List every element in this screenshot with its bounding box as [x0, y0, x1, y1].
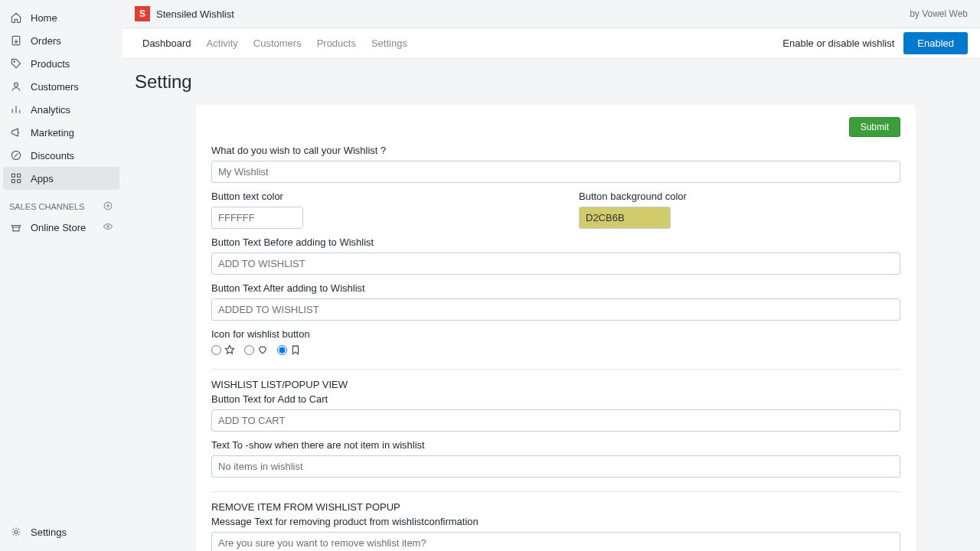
sidebar-item-analytics[interactable]: Analytics: [0, 98, 122, 121]
tab-products[interactable]: Products: [309, 28, 364, 58]
subnav: Dashboard Activity Customers Products Se…: [122, 28, 980, 59]
sidebar-section-channels: SALES CHANNELS: [0, 194, 122, 216]
topbar: S Stensiled Wishlist by Vowel Web: [122, 0, 980, 28]
sidebar-item-discounts[interactable]: Discounts: [0, 144, 122, 167]
empty-text-label: Text To -show when there are not item in…: [211, 439, 900, 451]
sidebar-item-apps[interactable]: Apps: [3, 167, 119, 190]
sidebar-item-label: Customers: [31, 81, 79, 93]
eye-icon[interactable]: [103, 221, 113, 234]
remove-msg-input[interactable]: [211, 532, 900, 551]
wishlist-name-input[interactable]: [211, 161, 900, 183]
bookmark-icon: [290, 344, 301, 355]
sidebar-item-online-store[interactable]: Online Store: [0, 216, 122, 239]
svg-rect-4: [11, 174, 15, 177]
heart-icon: [257, 344, 268, 355]
svg-rect-5: [18, 174, 21, 177]
apps-icon: [9, 171, 23, 185]
text-color-input[interactable]: [211, 207, 303, 229]
remove-msg-label: Message Text for removing product from w…: [211, 516, 900, 527]
before-text-input[interactable]: [211, 253, 900, 275]
section-popup-view: WISHLIST LIST/POPUP VIEW: [211, 379, 900, 390]
sidebar-item-settings[interactable]: Settings: [0, 520, 122, 543]
addcart-label: Button Text for Add to Cart: [211, 393, 900, 405]
after-text-input[interactable]: [211, 298, 900, 321]
icon-option-star[interactable]: [211, 344, 235, 355]
before-text-label: Button Text Before adding to Wishlist: [211, 236, 900, 248]
brand-name: Stensiled Wishlist: [156, 8, 234, 20]
sidebar-item-label: Settings: [31, 527, 67, 538]
user-icon: [9, 80, 23, 93]
sidebar-item-label: Discounts: [31, 150, 74, 161]
sidebar-item-label: Home: [31, 12, 57, 24]
divider: [211, 369, 900, 370]
sidebar-item-label: Online Store: [31, 222, 86, 233]
empty-text-input[interactable]: [211, 455, 900, 478]
enabled-button[interactable]: Enabled: [903, 32, 968, 54]
icon-choice-label: Icon for wishlist button: [211, 328, 900, 340]
sidebar-item-customers[interactable]: Customers: [0, 75, 122, 98]
svg-rect-7: [18, 180, 21, 183]
icon-radio-group: [211, 344, 900, 355]
tag-icon: [9, 57, 23, 70]
page-title: Setting: [135, 71, 968, 93]
text-color-label: Button text color: [211, 191, 533, 202]
icon-option-bookmark[interactable]: [277, 344, 301, 355]
tab-dashboard[interactable]: Dashboard: [135, 28, 199, 58]
svg-point-1: [14, 61, 15, 63]
discount-icon: [9, 148, 23, 162]
gear-icon: [9, 525, 23, 539]
home-icon: [9, 11, 23, 24]
sidebar: Home Orders Products Customers Analytics…: [0, 0, 122, 551]
sidebar-item-label: Apps: [31, 173, 54, 184]
sidebar-section-label: SALES CHANNELS: [9, 202, 84, 211]
svg-point-2: [15, 83, 18, 86]
sidebar-item-home[interactable]: Home: [0, 6, 122, 29]
tab-activity[interactable]: Activity: [199, 28, 246, 58]
sidebar-item-label: Marketing: [31, 127, 74, 139]
orders-icon: [9, 34, 23, 47]
store-icon: [9, 220, 23, 234]
plus-circle-icon[interactable]: [103, 201, 113, 213]
addcart-input[interactable]: [211, 409, 900, 432]
star-icon: [224, 344, 235, 355]
toggle-label: Enable or disable wishlist: [782, 37, 894, 49]
submit-button[interactable]: Submit: [849, 117, 900, 137]
bg-color-label: Button background color: [579, 191, 900, 202]
tab-customers[interactable]: Customers: [246, 28, 309, 58]
sidebar-item-marketing[interactable]: Marketing: [0, 121, 122, 144]
chart-icon: [9, 103, 23, 116]
sidebar-item-label: Orders: [31, 35, 61, 47]
section-remove-popup: REMOVE ITEM FROM WISHLIST POPUP: [211, 501, 900, 513]
brand-icon: S: [135, 6, 150, 21]
divider: [211, 491, 900, 492]
svg-rect-6: [11, 180, 15, 183]
sidebar-item-label: Analytics: [31, 104, 70, 116]
settings-card: Submit What do you wish to call your Wis…: [196, 105, 916, 551]
brand-byline: by Vowel Web: [910, 8, 968, 19]
sidebar-item-label: Products: [31, 58, 70, 70]
bg-color-input[interactable]: [579, 207, 671, 229]
svg-point-10: [15, 530, 18, 533]
after-text-label: Button Text After adding to Wishlist: [211, 282, 900, 294]
megaphone-icon: [9, 126, 23, 139]
sidebar-item-products[interactable]: Products: [0, 52, 122, 75]
wishlist-name-label: What do you wish to call your Wishlist ?: [211, 145, 900, 156]
icon-option-heart[interactable]: [244, 344, 268, 355]
sidebar-item-orders[interactable]: Orders: [0, 29, 122, 52]
tab-settings[interactable]: Settings: [364, 28, 415, 58]
svg-point-9: [107, 225, 109, 227]
